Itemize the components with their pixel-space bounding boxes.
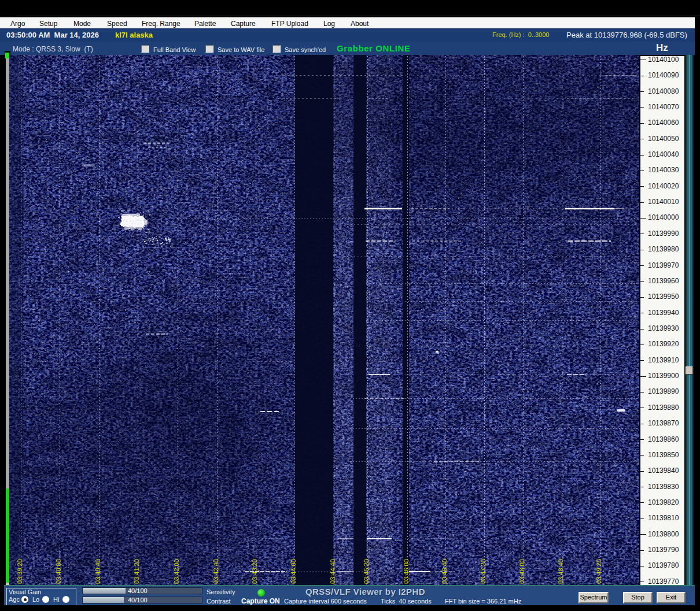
svg-text:03:41:20: 03:41:20 <box>133 559 140 584</box>
svg-text:03:48:40: 03:48:40 <box>557 559 564 584</box>
svg-text:03:44:00: 03:44:00 <box>290 559 297 584</box>
svg-text:03:42:40: 03:42:40 <box>212 559 219 584</box>
svg-text:03:47:20: 03:47:20 <box>480 559 487 584</box>
svg-text:03:48:00: 03:48:00 <box>518 559 525 584</box>
svg-text:03:39:20: 03:39:20 <box>16 559 23 584</box>
svg-text:03:43:20: 03:43:20 <box>251 559 258 584</box>
svg-text:03:40:00: 03:40:00 <box>55 559 62 584</box>
svg-text:03:46:00: 03:46:00 <box>403 559 410 584</box>
svg-text:03:45:20: 03:45:20 <box>363 559 370 584</box>
svg-text:03:49:20: 03:49:20 <box>595 559 602 584</box>
svg-text:03:40:40: 03:40:40 <box>94 559 101 584</box>
svg-text:03:44:40: 03:44:40 <box>329 559 336 584</box>
svg-text:03:46:40: 03:46:40 <box>441 559 448 584</box>
svg-text:03:42:00: 03:42:00 <box>173 559 180 584</box>
